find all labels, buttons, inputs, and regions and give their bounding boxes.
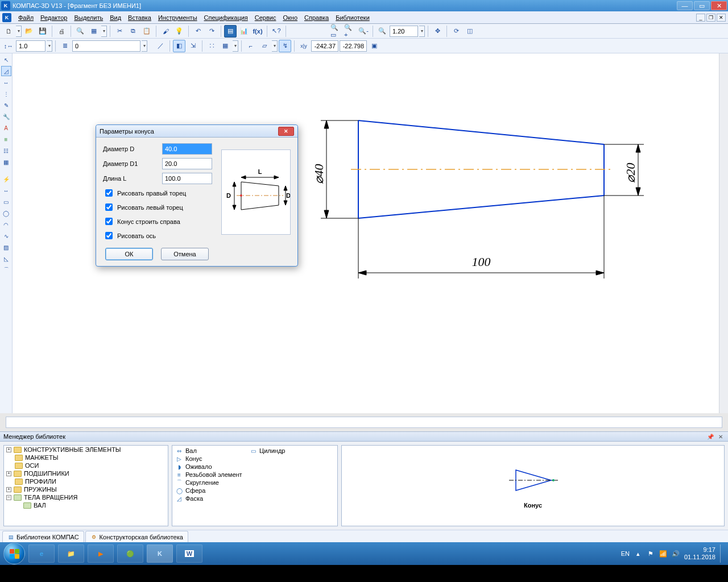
menu-window[interactable]: Окно [279, 13, 301, 22]
linewidth-drop[interactable]: ▾ [47, 40, 52, 52]
tab-constructor-lib[interactable]: ⚙Конструкторская библиотека [85, 531, 188, 542]
menu-spec[interactable]: Спецификация [201, 13, 251, 22]
task-media[interactable]: ▶ [88, 544, 114, 563]
print-button[interactable]: 🖨 [55, 25, 68, 38]
expand-icon[interactable]: + [6, 471, 11, 476]
open-button[interactable]: 📂 [23, 25, 35, 38]
library-tree[interactable]: +КОНСТРУКТИВНЫЕ ЭЛЕМЕНТЫ МАНЖЕТЫ ОСИ +ПО… [3, 445, 168, 526]
list-item[interactable]: ≡Резьбовой элемент [173, 471, 247, 479]
dialog-close-button[interactable]: ✕ [278, 127, 294, 136]
style1-button[interactable]: ／ [154, 40, 167, 52]
rebuild-button[interactable]: ◫ [464, 25, 476, 38]
list-item[interactable]: ▷Конус [173, 455, 247, 463]
attr-copy-button[interactable]: 🖌 [159, 25, 172, 38]
list-item[interactable]: ◯Сфера [173, 487, 247, 494]
task-explorer[interactable]: 📁 [58, 544, 84, 563]
zoom-value-input[interactable] [390, 26, 418, 37]
library-list[interactable]: ⇔Вал ▭Цилиндр ▷Конус ◗Оживало ≡Резьбовой… [172, 445, 338, 526]
dialog-cancel-button[interactable]: Отмена [161, 248, 209, 260]
library-manager-button[interactable]: ▤ [224, 25, 237, 38]
volume-icon[interactable]: 🔊 [672, 550, 680, 558]
list-item[interactable]: ⇔Вал [173, 447, 247, 455]
zoom-fit-button[interactable]: 🔍 [376, 25, 388, 38]
undo-button[interactable]: ↶ [192, 25, 204, 38]
menu-service[interactable]: Сервис [251, 13, 280, 22]
props-button[interactable]: ▦ [88, 25, 100, 38]
vtool-rect[interactable]: ▭ [1, 197, 11, 207]
fx-button[interactable]: f(x) [251, 25, 264, 38]
menu-edit[interactable]: Редактор [37, 13, 71, 22]
coord-sys-button[interactable]: ↕↔ [2, 40, 15, 52]
list-item[interactable]: ▭Цилиндр [247, 447, 321, 455]
list-item[interactable]: ◿Фаска [173, 494, 247, 502]
eraser-button[interactable]: ◧ [173, 40, 185, 52]
tray-clock[interactable]: 9:1701.11.2018 [684, 546, 715, 560]
mdi-minimize[interactable]: _ [696, 14, 705, 22]
vtool-chamfer[interactable]: ◺ [1, 253, 11, 264]
pan-button[interactable]: ✥ [431, 25, 444, 38]
collapse-icon[interactable]: − [6, 495, 11, 500]
menu-tools[interactable]: Инструменты [155, 13, 201, 22]
check-right-face[interactable] [105, 189, 113, 197]
vtool-insert[interactable]: ▦ [1, 157, 11, 167]
vtool-hline[interactable]: ↔ [1, 185, 11, 196]
props-drop[interactable]: ▾ [101, 26, 107, 37]
cut-button[interactable]: ✂ [113, 25, 126, 38]
zoom-drop[interactable]: ▾ [419, 26, 425, 37]
input-diameter-d[interactable] [162, 143, 212, 155]
network-icon[interactable]: 📶 [659, 550, 667, 558]
preview-button[interactable]: 🔍 [74, 25, 86, 38]
drawing-canvas[interactable]: ⌀40 ⌀20 100 Параметры кон [13, 53, 719, 413]
vtool-hatch[interactable]: ▨ [1, 242, 11, 252]
vtool-edit[interactable]: ✎ [1, 100, 11, 110]
linewidth-input[interactable] [16, 40, 46, 52]
refresh-button[interactable]: ⟳ [450, 25, 462, 38]
snap-button[interactable]: ⸬ [205, 40, 218, 52]
vtool-measure[interactable]: A [1, 123, 11, 133]
mdi-close[interactable]: ✕ [717, 14, 726, 22]
menu-select[interactable]: Выделить [71, 13, 106, 22]
check-left-face[interactable] [105, 203, 113, 211]
help-cursor-button[interactable]: ↖? [270, 25, 283, 38]
minimize-button[interactable]: — [677, 1, 693, 10]
vtool-line[interactable]: ⚡ [1, 174, 11, 184]
vtool-select[interactable]: ↖ [1, 55, 11, 65]
pin-icon[interactable]: 📌 [706, 433, 714, 440]
zoom-in-button[interactable]: 🔍+ [344, 25, 356, 38]
vtool-spec[interactable]: ≡ [1, 134, 11, 144]
vtool-dim[interactable]: ↔ [1, 77, 11, 88]
layer-icon[interactable]: ≣ [59, 40, 71, 52]
zoom-out-button[interactable]: 🔍- [357, 25, 370, 38]
coord-y-input[interactable] [340, 40, 367, 52]
vtool-circle[interactable]: ◯ [1, 208, 11, 218]
tray-lang[interactable]: EN [621, 550, 630, 557]
zoom-window-button[interactable]: 🔍▭ [330, 25, 342, 38]
new-doc-button[interactable]: 🗋 [2, 25, 15, 38]
start-button[interactable] [3, 543, 25, 564]
param-drop[interactable]: ▾ [272, 40, 278, 52]
show-desktop-button[interactable] [720, 544, 725, 563]
ortho-button[interactable]: ⇲ [187, 40, 199, 52]
check-build-right[interactable] [105, 218, 113, 225]
check-draw-axis[interactable] [105, 232, 113, 239]
new-doc-drop[interactable]: ▾ [16, 26, 22, 37]
menu-insert[interactable]: Вставка [125, 13, 155, 22]
maximize-button[interactable]: ▭ [694, 1, 710, 10]
coord-lock-button[interactable]: ▣ [368, 40, 380, 52]
menu-libs[interactable]: Библиотеки [332, 13, 373, 22]
task-word[interactable]: W [176, 544, 202, 563]
lib-close-button[interactable]: ✕ [717, 433, 725, 440]
tab-kompas-libs[interactable]: ▤Библиотеки КОМПАС [2, 531, 84, 542]
vtool-report[interactable]: ☷ [1, 146, 11, 156]
tray-up-icon[interactable]: ▴ [634, 550, 642, 558]
list-item[interactable]: ◗Оживало [173, 463, 247, 471]
task-chrome[interactable]: 🟢 [117, 544, 143, 563]
auto-snap-button[interactable]: ↯ [279, 40, 291, 52]
vertical-scrollbar[interactable] [719, 53, 728, 413]
task-kompas[interactable]: K [147, 544, 173, 563]
command-input[interactable] [6, 417, 722, 428]
layer-input[interactable] [72, 40, 140, 52]
menu-file[interactable]: Файл [15, 13, 37, 22]
task-ie[interactable]: e [28, 544, 55, 563]
vtool-arc[interactable]: ◠ [1, 219, 11, 230]
